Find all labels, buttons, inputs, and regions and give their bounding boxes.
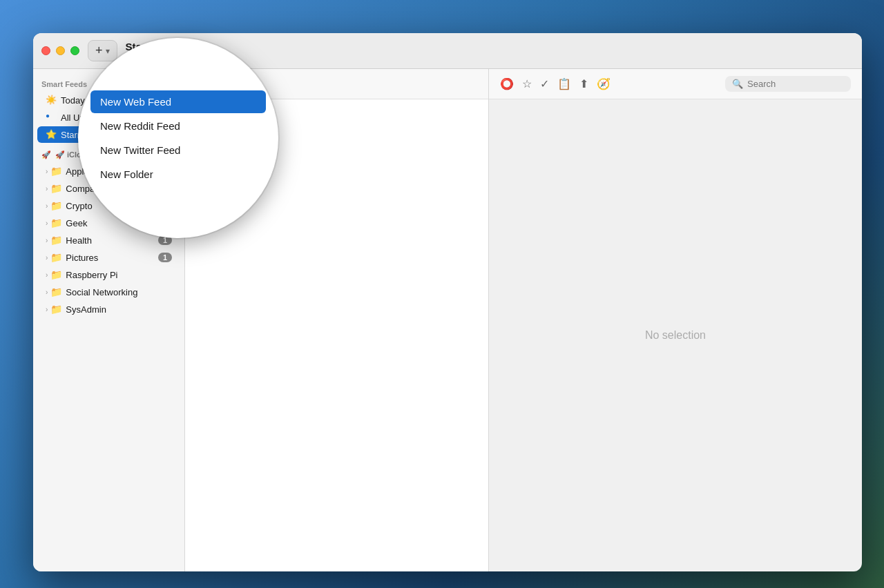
- chevron-right-icon: ›: [46, 168, 48, 175]
- folder-icon-apple: 📁: [50, 166, 61, 177]
- today-icon: ☀️: [46, 95, 57, 106]
- maximize-button[interactable]: [70, 46, 79, 55]
- chevron-right-icon: ›: [46, 254, 48, 262]
- traffic-lights: [41, 46, 79, 55]
- right-toolbar: ⭕ ☆ ✓ 📋 ⬆ 🧭 🔍: [489, 69, 862, 99]
- folder-icon-companies: 📁: [50, 183, 61, 194]
- clipboard-icon[interactable]: 📋: [557, 77, 571, 90]
- dropdown-item-new-folder[interactable]: New Folder: [90, 163, 266, 186]
- sidebar-item-health-label: Health: [66, 235, 92, 246]
- sidebar-item-social-label: Social Networking: [66, 287, 137, 297]
- right-panel-wrapper: ⭕ ☆ ✓ 📋 ⬆ 🧭 🔍 No selection: [489, 69, 862, 571]
- search-input[interactable]: [747, 79, 844, 89]
- chevron-right-icon: ›: [46, 202, 48, 210]
- folder-icon-social: 📁: [50, 286, 61, 297]
- compass-icon[interactable]: 🧭: [597, 77, 611, 90]
- sidebar-item-raspberry-label: Raspberry Pi: [66, 270, 117, 280]
- all-unread-icon: ●: [46, 112, 57, 123]
- dropdown-item-new-twitter-feed[interactable]: New Twitter Feed: [90, 139, 266, 161]
- right-content: No selection: [489, 99, 862, 571]
- plus-icon: +: [95, 43, 103, 58]
- chevron-down-icon: ▾: [106, 46, 110, 56]
- minimize-button[interactable]: [56, 46, 65, 55]
- sidebar-item-raspberry-pi[interactable]: › 📁 Raspberry Pi: [37, 266, 180, 283]
- check-icon[interactable]: ✓: [540, 77, 549, 90]
- dropdown-item-new-reddit-feed[interactable]: New Reddit Feed: [90, 115, 266, 137]
- folder-icon-sysadmin: 📁: [50, 304, 61, 315]
- pictures-badge: 1: [158, 253, 172, 262]
- sidebar-item-sysadmin[interactable]: › 📁 SysAdmin: [37, 301, 180, 317]
- folder-icon-raspberry: 📁: [50, 269, 61, 280]
- circle-icon[interactable]: ⭕: [500, 77, 514, 90]
- star-icon[interactable]: ☆: [522, 77, 532, 90]
- sidebar-item-pictures[interactable]: › 📁 Pictures 1: [37, 249, 180, 266]
- chevron-right-icon: ›: [46, 185, 48, 193]
- share-icon[interactable]: ⬆: [579, 77, 588, 90]
- add-button[interactable]: + ▾: [88, 40, 117, 61]
- sidebar-item-pictures-label: Pictures: [66, 253, 98, 263]
- sidebar-item-geek-label: Geek: [66, 218, 87, 228]
- sidebar-item-crypto-label: Crypto: [66, 201, 92, 211]
- starred-icon: ⭐: [46, 129, 57, 140]
- sidebar-item-social-networking[interactable]: › 📁 Social Networking: [37, 284, 180, 300]
- search-bar[interactable]: 🔍: [725, 76, 851, 92]
- chevron-right-icon: ›: [46, 237, 48, 244]
- folder-icon-geek: 📁: [50, 217, 61, 228]
- close-button[interactable]: [41, 46, 50, 55]
- dropdown-item-new-web-feed[interactable]: New Web Feed: [90, 90, 266, 113]
- no-selection-text: No selection: [645, 329, 706, 342]
- folder-icon-pictures: 📁: [50, 252, 61, 263]
- search-icon: 🔍: [732, 79, 743, 89]
- rocket-icon: 🚀: [41, 150, 51, 159]
- chevron-right-icon: ›: [46, 271, 48, 279]
- chevron-right-icon: ›: [46, 306, 48, 313]
- folder-icon-crypto: 📁: [50, 200, 61, 211]
- magnify-circle: New Web Feed New Reddit Feed New Twitter…: [78, 38, 278, 238]
- folder-icon-health: 📁: [50, 235, 61, 246]
- chevron-right-icon: ›: [46, 219, 48, 227]
- sidebar-item-today-label: Today: [61, 95, 85, 106]
- chevron-right-icon: ›: [46, 288, 48, 296]
- sidebar-item-sysadmin-label: SysAdmin: [66, 304, 106, 315]
